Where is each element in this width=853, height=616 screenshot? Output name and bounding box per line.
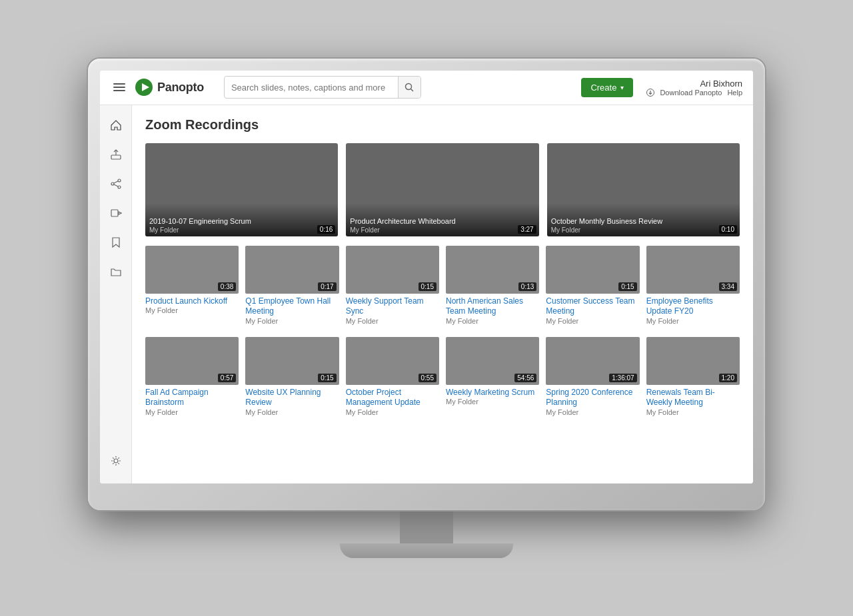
video-card-small[interactable]: 0:17 Q1 Employee Town Hall Meeting My Fo… (245, 246, 339, 328)
svg-point-15 (114, 459, 118, 463)
large-video-grid: 2019-10-07 Engineering Scrum My Folder 0… (145, 143, 740, 236)
monitor-stand-base (340, 543, 513, 558)
svg-rect-13 (111, 210, 118, 216)
video-title[interactable]: Customer Success Team Meeting (546, 296, 639, 317)
header-right: Ari Bixhorn Download Panopto Help (646, 79, 742, 97)
svg-point-2 (406, 84, 412, 90)
video-title[interactable]: Spring 2020 Conference Planning (546, 388, 639, 408)
video-card-small[interactable]: 0:13 North American Sales Team Meeting M… (446, 246, 539, 328)
video-card-small[interactable]: 3:34 Employee Benefits Update FY20 My Fo… (646, 246, 740, 328)
video-folder: My Folder (145, 408, 239, 416)
share-icon (110, 178, 122, 190)
logo-text: Panopto (157, 81, 204, 95)
monitor-wrapper: Panopto Create ▾ (88, 59, 765, 558)
content-area: Zoom Recordings 2019-10-07 Engineering S… (132, 105, 753, 483)
video-folder: My Folder (346, 317, 439, 325)
svg-rect-6 (111, 155, 121, 159)
sidebar-item-folder[interactable] (103, 258, 129, 285)
video-folder: My Folder (646, 408, 740, 416)
svg-marker-14 (119, 212, 121, 214)
svg-line-12 (114, 184, 118, 186)
create-label: Create (590, 83, 616, 93)
app-header: Panopto Create ▾ (100, 71, 753, 105)
video-title[interactable]: Weekly Marketing Scrum (446, 388, 539, 398)
video-card-small[interactable]: 54:56 Weekly Marketing Scrum My Folder (446, 337, 539, 419)
video-title[interactable]: October Project Management Update (346, 388, 439, 408)
sidebar-item-upload[interactable] (103, 141, 129, 168)
sidebar (100, 105, 132, 483)
video-folder: My Folder (546, 317, 639, 325)
svg-point-8 (118, 179, 121, 182)
search-container (224, 76, 421, 99)
video-card-small[interactable]: 0:55 October Project Management Update M… (346, 337, 439, 419)
video-title[interactable]: Fall Ad Campaign Brainstorm (145, 388, 239, 408)
svg-point-10 (111, 182, 114, 185)
video-card-large[interactable]: 2019-10-07 Engineering Scrum My Folder 0… (145, 143, 338, 236)
sidebar-item-home[interactable] (103, 112, 129, 139)
sidebar-item-record[interactable] (103, 200, 129, 226)
video-folder: My Folder (546, 408, 639, 416)
record-icon (110, 207, 122, 219)
video-folder: My Folder (145, 306, 239, 314)
video-folder: My Folder (245, 317, 339, 325)
monitor-bezel: Panopto Create ▾ (88, 59, 765, 510)
header-left: Panopto (111, 76, 421, 99)
sidebar-item-bookmark[interactable] (103, 229, 129, 256)
video-folder: My Folder (446, 398, 539, 406)
user-name: Ari Bixhorn (700, 79, 742, 89)
small-video-grid-row2: 0:57 Fall Ad Campaign Brainstorm My Fold… (145, 337, 740, 419)
video-card-small[interactable]: 0:15 Website UX Planning Review My Folde… (245, 337, 339, 419)
sidebar-item-settings[interactable] (103, 448, 129, 474)
logo-container[interactable]: Panopto (135, 78, 204, 97)
monitor-screen: Panopto Create ▾ (100, 71, 753, 483)
video-title[interactable]: Weekly Support Team Sync (346, 296, 439, 317)
video-card-large[interactable]: October Monthly Business Review My Folde… (547, 143, 740, 236)
main-layout: Zoom Recordings 2019-10-07 Engineering S… (100, 105, 753, 483)
video-card-small[interactable]: 1:36:07 Spring 2020 Conference Planning … (546, 337, 639, 419)
search-button[interactable] (398, 76, 421, 99)
download-icon (646, 89, 654, 97)
panopto-logo-icon (135, 78, 153, 97)
video-title[interactable]: Product Launch Kickoff (145, 296, 239, 307)
upload-icon (110, 149, 122, 160)
settings-icon (110, 455, 122, 467)
bookmark-icon (110, 236, 122, 248)
sidebar-item-share[interactable] (103, 170, 129, 197)
video-folder: My Folder (446, 317, 539, 325)
video-title[interactable]: Employee Benefits Update FY20 (646, 296, 740, 317)
video-folder: My Folder (245, 408, 339, 416)
create-button[interactable]: Create ▾ (581, 78, 633, 97)
page-title: Zoom Recordings (145, 117, 740, 133)
video-card-small[interactable]: 0:15 Weekly Support Team Sync My Folder (346, 246, 439, 328)
small-video-grid-row1: 0:38 Product Launch Kickoff My Folder 0:… (145, 246, 740, 328)
video-title[interactable]: Website UX Planning Review (245, 388, 339, 408)
hamburger-menu-icon[interactable] (111, 81, 128, 94)
monitor-stand-neck (400, 510, 453, 543)
video-card-small[interactable]: 1:20 Renewals Team Bi-Weekly Meeting My … (646, 337, 740, 419)
svg-line-3 (411, 89, 414, 92)
video-title[interactable]: Renewals Team Bi-Weekly Meeting (646, 388, 740, 408)
download-panopto-link[interactable]: Download Panopto (660, 89, 722, 97)
home-icon (110, 119, 122, 131)
video-folder: My Folder (346, 408, 439, 416)
video-card-small[interactable]: 0:38 Product Launch Kickoff My Folder (145, 246, 239, 328)
help-link[interactable]: Help (727, 89, 742, 97)
svg-line-11 (114, 181, 118, 183)
search-input[interactable] (225, 83, 398, 93)
video-card-small[interactable]: 0:57 Fall Ad Campaign Brainstorm My Fold… (145, 337, 239, 419)
header-links: Download Panopto Help (646, 89, 742, 97)
chevron-down-icon: ▾ (620, 84, 624, 91)
video-card-large[interactable]: Product Architecture Whiteboard My Folde… (346, 143, 538, 236)
video-card-small[interactable]: 0:15 Customer Success Team Meeting My Fo… (546, 246, 639, 328)
video-title[interactable]: Q1 Employee Town Hall Meeting (245, 296, 339, 317)
video-folder: My Folder (646, 317, 740, 325)
folder-icon (110, 266, 122, 278)
search-icon (405, 83, 414, 92)
video-title[interactable]: North American Sales Team Meeting (446, 296, 539, 317)
svg-point-9 (118, 186, 121, 188)
